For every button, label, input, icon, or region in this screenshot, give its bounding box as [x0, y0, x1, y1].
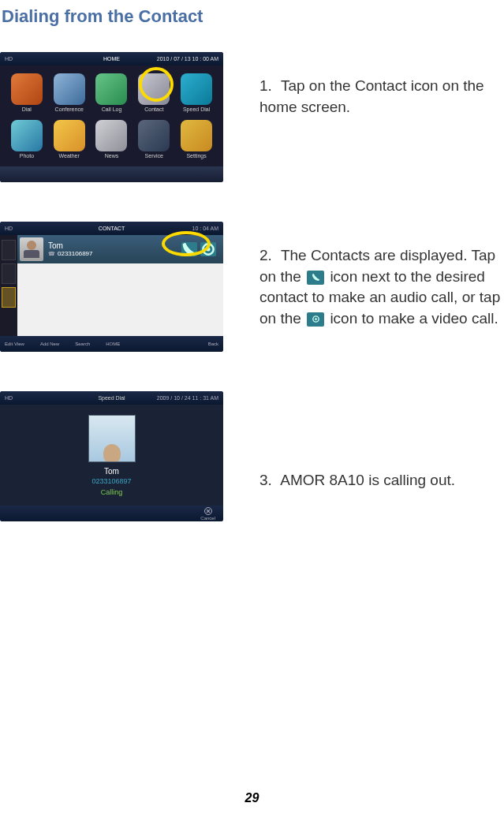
tile-label: Conference: [55, 106, 84, 112]
step-3-body: AMOR 8A10 is calling out.: [280, 472, 455, 488]
hd-badge-icon: HD: [5, 395, 13, 401]
ss3-header-center: Speed Dial: [98, 395, 125, 401]
bottom-back[interactable]: Back: [208, 342, 218, 346]
sidebar-item-2[interactable]: [2, 263, 16, 284]
camera-icon: [307, 312, 324, 327]
camera-icon: [200, 241, 216, 257]
step-3-text: 3. AMOR 8A10 is calling out.: [259, 391, 455, 491]
weather-icon: [54, 120, 85, 151]
bottom-addnew[interactable]: Add New: [40, 342, 59, 346]
tile-label: Photo: [20, 153, 34, 159]
contact-row[interactable]: Tom 0233106897: [17, 235, 223, 263]
call-log-icon: [95, 73, 127, 105]
step-2-row: HD CONTACT 10 : 04 AM Tom 0233106897: [0, 222, 504, 352]
screenshot-home: HD HOME 2010 / 07 / 13 10 : 00 AM DialCo…: [0, 52, 223, 182]
cancel-label: Cancel: [200, 516, 215, 521]
ss2-header: HD CONTACT 10 : 04 AM: [0, 222, 223, 235]
ss2-header-center: CONTACT: [99, 226, 125, 231]
tile-label: Settings: [186, 153, 206, 159]
ss1-header-right: 2010 / 07 / 13 10 : 00 AM: [157, 56, 218, 62]
phone-icon: [181, 241, 197, 257]
contact-info: Tom 0233106897: [48, 241, 181, 257]
home-tile-conference[interactable]: Conference: [50, 72, 88, 114]
conference-icon: [54, 73, 85, 105]
contact-name: Tom: [48, 241, 181, 250]
ss2-bottom-bar: Edit View Add New Search HOME Back: [0, 336, 223, 352]
phone-icon: [307, 271, 324, 285]
ss1-header: HD HOME 2010 / 07 / 13 10 : 00 AM: [0, 52, 223, 65]
step-1-text: 1. Tap on the Contact icon on the home s…: [259, 52, 504, 118]
step-1-row: HD HOME 2010 / 07 / 13 10 : 00 AM DialCo…: [0, 52, 504, 182]
ss3-header: HD Speed Dial 2009 / 10 / 24 11 : 31 AM: [0, 391, 223, 405]
page-number: 29: [245, 791, 259, 805]
sidebar-item-3[interactable]: [2, 287, 16, 308]
page-title: Dialing from the Contact: [2, 6, 504, 27]
ss2-main: Tom 0233106897: [17, 235, 223, 336]
screenshot-contacts: HD CONTACT 10 : 04 AM Tom 0233106897: [0, 222, 223, 352]
ss3-header-right: 2009 / 10 / 24 11 : 31 AM: [157, 395, 218, 401]
bottom-search[interactable]: Search: [75, 342, 90, 346]
step-1-number: 1.: [259, 76, 277, 97]
home-tile-speed-dial[interactable]: Speed Dial: [177, 72, 215, 114]
sidebar-item-1[interactable]: [2, 240, 16, 260]
hd-badge-icon: HD: [5, 226, 13, 231]
ss2-sidebar: [0, 235, 17, 336]
dial-icon: [11, 73, 43, 105]
home-tile-settings[interactable]: Settings: [177, 118, 215, 160]
photo-icon: [11, 120, 43, 151]
news-icon: [95, 120, 127, 151]
ss3-body: Tom 0233106897 Calling: [0, 405, 223, 506]
home-tile-dial[interactable]: Dial: [8, 72, 46, 114]
step-3-row: HD Speed Dial 2009 / 10 / 24 11 : 31 AM …: [0, 391, 504, 521]
contact-actions: [181, 242, 216, 256]
screenshot-calling: HD Speed Dial 2009 / 10 / 24 11 : 31 AM …: [0, 391, 223, 521]
calling-name: Tom: [104, 467, 119, 476]
cancel-button[interactable]: Cancel: [200, 507, 215, 521]
step-3-number: 3.: [259, 470, 277, 491]
contact-number: 0233106897: [48, 250, 181, 257]
tile-label: Contact: [144, 106, 163, 112]
svg-point-3: [315, 318, 317, 320]
step-2-text: 2. The Contacts are displayed. Tap on th…: [259, 222, 504, 329]
ss2-header-right: 10 : 04 AM: [192, 226, 218, 231]
home-tile-call-log[interactable]: Call Log: [93, 72, 131, 114]
home-tile-photo[interactable]: Photo: [8, 118, 46, 160]
cancel-icon: [204, 507, 212, 515]
home-tile-weather[interactable]: Weather: [50, 118, 88, 160]
step-2-part3: icon to make a video call.: [330, 310, 498, 327]
bottom-home[interactable]: HOME: [106, 342, 120, 346]
tile-label: Weather: [59, 153, 80, 159]
step-2-number: 2.: [259, 245, 277, 267]
tile-label: Call Log: [102, 106, 122, 112]
calling-number: 0233106897: [91, 477, 131, 485]
step-1-body: Tap on the Contact icon on the home scre…: [259, 77, 484, 115]
home-tile-service[interactable]: Service: [135, 118, 173, 160]
service-icon: [138, 120, 170, 151]
tile-label: Service: [145, 153, 163, 159]
speed-dial-icon: [181, 73, 212, 105]
ss1-header-left: HD: [5, 56, 13, 62]
home-tile-news[interactable]: News: [93, 118, 131, 160]
settings-icon: [181, 120, 212, 151]
home-grid: DialConferenceCall LogContactSpeed DialP…: [0, 65, 223, 166]
avatar: [88, 415, 136, 462]
svg-point-1: [207, 248, 211, 252]
home-tile-contact[interactable]: Contact: [135, 72, 173, 114]
ss2-body: Tom 0233106897: [0, 235, 223, 336]
audio-call-button[interactable]: [181, 242, 197, 256]
tile-label: Dial: [22, 106, 32, 112]
video-call-button[interactable]: [200, 242, 216, 256]
ss3-bottom-bar: Cancel: [0, 506, 223, 521]
ss1-header-center: HOME: [103, 56, 120, 62]
contact-icon: [138, 73, 170, 105]
tile-label: Speed Dial: [183, 106, 210, 112]
avatar: [20, 237, 43, 261]
tile-label: News: [105, 153, 119, 159]
ss1-bottom-bar: [0, 166, 223, 182]
bottom-editview[interactable]: Edit View: [5, 342, 24, 346]
calling-status: Calling: [101, 488, 123, 496]
